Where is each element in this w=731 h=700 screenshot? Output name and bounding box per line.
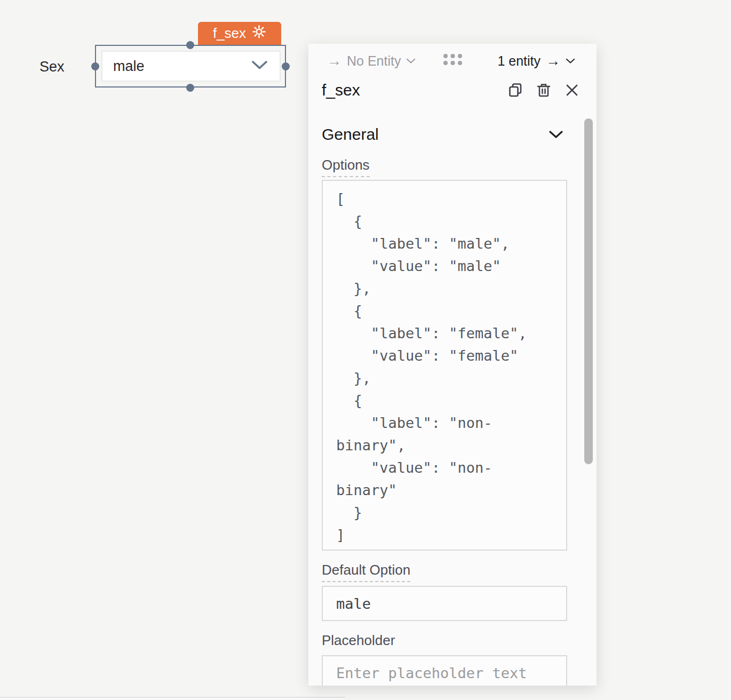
next-component-edge [0,697,345,700]
placeholder-input[interactable] [322,655,567,686]
component-tag-label: f_sex [213,25,246,42]
properties-panel: → No Entity 1 entity → [308,44,597,686]
chevron-down-icon [566,58,575,64]
sex-dropdown-value: male [113,58,145,75]
sex-dropdown[interactable]: male [101,51,281,82]
resize-handle-bottom[interactable] [186,84,194,92]
panel-title: f_sex [322,81,360,99]
resize-handle-top[interactable] [186,41,194,49]
panel-header: → No Entity 1 entity → [308,44,597,70]
entity-selector-left[interactable]: → No Entity [327,53,416,69]
entity-selector-right[interactable]: 1 entity → [497,53,575,69]
chevron-down-icon [406,58,416,64]
section-general-title: General [322,125,379,144]
app-stage: Sex f_sex male [0,0,731,700]
arrow-right-icon: → [546,53,560,69]
resize-handle-left[interactable] [91,62,99,70]
field-label-sex: Sex [39,58,65,75]
entity-left-label: No Entity [347,53,401,69]
chevron-down-icon [251,60,268,73]
default-option-label: Default Option [322,562,410,582]
component-tag[interactable]: f_sex [198,22,281,45]
close-icon[interactable] [563,82,581,99]
component-title-row: f_sex [322,79,581,101]
trash-icon[interactable] [535,82,552,99]
options-label: Options [322,157,370,177]
default-option-input[interactable] [322,586,567,621]
grid-dots-icon[interactable] [442,52,464,69]
duplicate-icon[interactable] [507,82,524,99]
panel-scrollbar[interactable] [584,118,593,464]
section-general[interactable]: General [322,124,563,145]
options-json-editor[interactable]: [ { "label": "male", "value": "male" }, … [322,180,567,551]
gear-icon[interactable] [252,25,266,43]
resize-handle-right[interactable] [282,62,290,70]
chevron-down-icon [549,130,563,139]
entity-right-label: 1 entity [497,53,541,69]
placeholder-label: Placeholder [322,632,395,649]
arrow-right-icon: → [327,53,341,69]
